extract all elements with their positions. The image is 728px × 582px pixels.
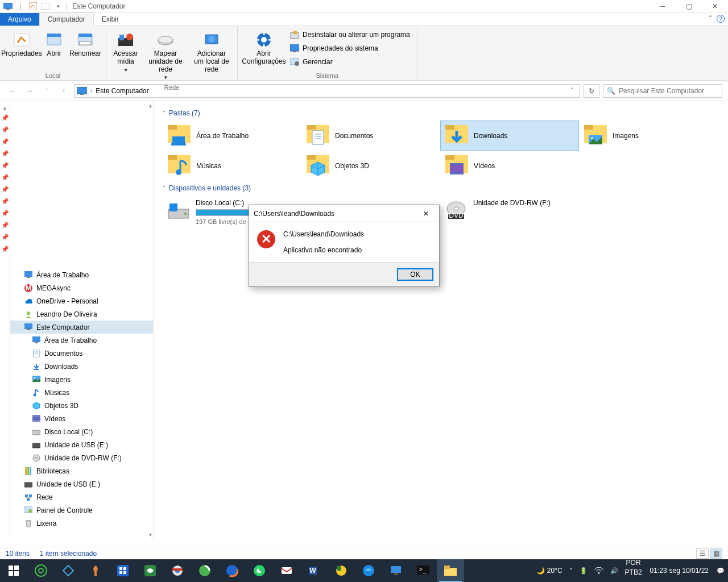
tree-item[interactable]: Downloads — [10, 360, 153, 373]
tray-notifications-icon[interactable]: 💬 — [713, 559, 728, 582]
open-button[interactable]: Abrir — [41, 28, 67, 60]
tree-item[interactable]: Unidade de USB (E:) — [10, 438, 153, 451]
tree-scroll-down-icon[interactable]: ▾ — [149, 531, 152, 538]
tray-clock[interactable]: 01:23 seg 10/01/22 — [646, 559, 713, 582]
folder-item[interactable]: Objetos 3D — [301, 151, 440, 181]
taskbar-app[interactable] — [191, 559, 218, 582]
help-icon[interactable]: ? — [717, 15, 725, 23]
tree-item[interactable]: Painel de Controle — [10, 504, 153, 517]
tree-item[interactable]: Imagens — [10, 373, 153, 386]
pin-icon[interactable]: 📌 — [0, 196, 10, 207]
add-location-button[interactable]: Adicionar um local de rede — [191, 28, 233, 76]
pin-icon[interactable]: 📌 — [0, 172, 10, 184]
minimize-button[interactable]: ─ — [650, 0, 676, 13]
tree-item[interactable]: Vídeos — [10, 412, 153, 425]
tab-file[interactable]: Arquivo — [0, 13, 39, 26]
navigation-tree[interactable]: ▴ ▾ Área de TrabalhoMMEGAsyncOneDrive - … — [10, 101, 154, 539]
taskbar-app[interactable] — [164, 559, 191, 582]
tree-item[interactable]: Disco Local (C:) — [10, 425, 153, 438]
qat-dropdown-icon[interactable]: ▾ — [53, 2, 63, 11]
address-bar[interactable]: › Este Computador ˅ — [74, 84, 580, 98]
taskbar-app[interactable] — [246, 559, 273, 582]
tree-item[interactable]: Bibliotecas — [10, 464, 153, 477]
taskbar-app[interactable] — [109, 559, 136, 582]
taskbar-explorer[interactable] — [437, 559, 464, 582]
pin-icon[interactable]: 📌 — [0, 243, 10, 255]
tree-item[interactable]: Leandro De Oliveira — [10, 307, 153, 321]
taskbar-app[interactable] — [382, 559, 410, 582]
taskbar-app[interactable] — [136, 559, 164, 582]
dialog-titlebar[interactable]: C:\Users\leand\Downloads ✕ — [249, 205, 439, 222]
folder-item[interactable]: Documentos — [301, 120, 440, 151]
pin-icon[interactable]: 📌 — [0, 231, 10, 243]
taskbar-app[interactable] — [218, 559, 246, 582]
tray-overflow[interactable]: ˄ — [566, 559, 576, 582]
dialog-close-button[interactable]: ✕ — [417, 207, 435, 221]
folder-item[interactable]: Área de Trabalho — [163, 120, 301, 151]
tray-battery-icon[interactable]: 🔋 — [576, 559, 591, 582]
breadcrumb[interactable]: Este Computador — [96, 87, 148, 95]
access-media-button[interactable]: Acessar mídia▾ — [111, 28, 140, 75]
taskbar-app[interactable] — [328, 559, 355, 582]
rename-button[interactable]: Renomear — [69, 28, 101, 60]
properties-button[interactable]: Propriedades — [5, 28, 39, 60]
tree-item[interactable]: Rede — [10, 490, 153, 504]
search-box[interactable]: 🔍 — [603, 84, 722, 98]
tray-volume-icon[interactable]: 🔊 — [607, 559, 622, 582]
taskbar-app[interactable] — [55, 559, 82, 582]
tree-item[interactable]: Este Computador — [10, 321, 153, 334]
tree-item[interactable]: MMEGAsync — [10, 281, 153, 294]
refresh-button[interactable]: ↻ — [584, 84, 599, 98]
maximize-button[interactable]: ▢ — [676, 0, 702, 13]
forward-button[interactable]: → — [23, 84, 36, 98]
pin-icon[interactable]: 📌 — [0, 160, 10, 172]
pin-icon[interactable]: 📌 — [0, 124, 10, 136]
search-input[interactable] — [619, 87, 718, 95]
weather-widget[interactable]: 🌙 20°C — [533, 559, 566, 582]
uninstall-button[interactable]: Desinstalar ou alterar um programa — [288, 28, 412, 41]
open-settings-button[interactable]: Abrir Configurações — [242, 28, 286, 68]
drive-item[interactable]: DVDUnidade de DVD-RW (F:) — [440, 196, 579, 228]
close-button[interactable]: ✕ — [702, 0, 728, 13]
up-button[interactable]: ↑ — [57, 84, 71, 98]
folder-item[interactable]: Vídeos — [440, 151, 579, 181]
qat-properties-icon[interactable] — [28, 2, 38, 11]
manage-button[interactable]: Gerenciar — [288, 56, 412, 68]
tab-view[interactable]: Exibir — [94, 13, 127, 26]
tree-item[interactable]: Área de Trabalho — [10, 334, 153, 347]
tree-item[interactable]: Músicas — [10, 386, 153, 399]
taskbar-app[interactable] — [82, 559, 109, 582]
tree-item[interactable]: Unidade de USB (E:) — [10, 477, 153, 490]
folder-item[interactable]: Imagens — [579, 120, 718, 151]
view-icons-button[interactable]: ▦ — [710, 548, 722, 559]
tab-computer[interactable]: Computador — [39, 13, 94, 26]
folder-item[interactable]: Músicas — [163, 151, 301, 181]
folders-section-header[interactable]: ˅ Pastas (7) — [163, 106, 719, 120]
map-drive-button[interactable]: Mapear unidade de rede▾ — [143, 28, 188, 83]
taskbar[interactable]: W >_ 🌙 20°C ˄ 🔋 🔊 POR PTB2 01:23 seg 10/… — [0, 559, 728, 582]
drives-section-header[interactable]: ˅ Dispositivos e unidades (3) — [163, 181, 719, 196]
pin-icon[interactable]: 📌 — [0, 219, 10, 231]
tree-item[interactable]: Documentos — [10, 347, 153, 360]
tray-wifi-icon[interactable] — [591, 559, 607, 582]
tree-item[interactable]: Área de Trabalho — [10, 268, 153, 281]
pin-icon[interactable]: 📌 — [0, 136, 10, 148]
pin-icon[interactable]: 📌 — [0, 207, 10, 219]
view-details-button[interactable]: ☰ — [696, 548, 709, 559]
start-button[interactable] — [0, 559, 27, 582]
pin-icon[interactable]: 📌 — [0, 148, 10, 160]
tree-scroll-up-icon[interactable]: ▴ — [149, 102, 152, 109]
qat-newfolder-icon[interactable] — [41, 2, 50, 11]
tree-item[interactable]: OneDrive - Personal — [10, 294, 153, 307]
pin-icon[interactable]: 📌 — [0, 112, 10, 124]
address-dropdown[interactable]: ˅ — [567, 87, 577, 95]
taskbar-app[interactable]: W — [300, 559, 328, 582]
recent-dropdown[interactable]: ˅ — [40, 84, 53, 98]
tree-item[interactable]: Objetos 3D — [10, 399, 153, 412]
ok-button[interactable]: OK — [397, 268, 433, 281]
taskbar-app[interactable] — [273, 559, 300, 582]
folder-item[interactable]: Downloads — [440, 120, 579, 151]
taskbar-app[interactable]: >_ — [410, 559, 437, 582]
tray-language[interactable]: POR PTB2 — [622, 559, 646, 582]
taskbar-app[interactable] — [355, 559, 382, 582]
